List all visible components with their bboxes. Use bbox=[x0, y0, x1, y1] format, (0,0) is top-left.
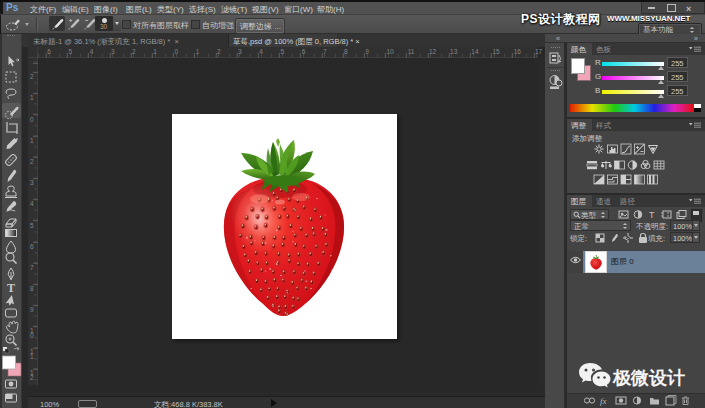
svg-text:T: T bbox=[649, 210, 655, 220]
svg-text:T: T bbox=[7, 281, 15, 295]
svg-text:fx: fx bbox=[600, 396, 607, 406]
